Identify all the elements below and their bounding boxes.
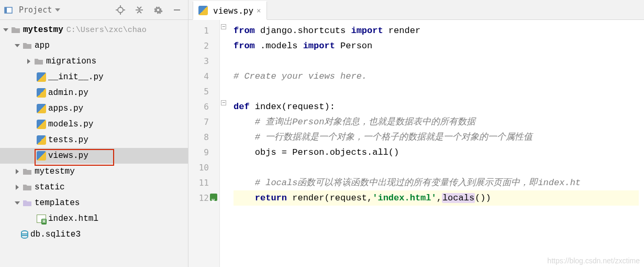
tree-item-mytestmy2[interactable]: mytestmy [0, 164, 188, 179]
tree-label: admin.py [48, 88, 88, 98]
line-number: 8 [188, 130, 209, 145]
line-number: 1 [188, 23, 209, 38]
line-number: 9 [188, 145, 209, 160]
tree-label: apps.py [48, 104, 83, 113]
tree-item-migrations[interactable]: migrations [0, 54, 188, 69]
line-number: 5 [188, 84, 209, 99]
sidebar-header: Project [0, 0, 188, 20]
python-file-icon [198, 6, 208, 15]
tree-item-tests[interactable]: tests.py [0, 132, 188, 148]
folder-icon [22, 167, 32, 176]
tree-item-init[interactable]: __init__.py [0, 69, 188, 85]
fold-gutter: − − [220, 20, 228, 267]
tab-views[interactable]: views.py × [193, 1, 267, 20]
project-label: Project [19, 5, 52, 15]
tree-item-app[interactable]: app [0, 38, 188, 54]
tree-label: mytestmy [23, 25, 63, 35]
line-number: 7 [188, 114, 209, 130]
python-file-icon [37, 151, 46, 161]
tree-label: __init__.py [48, 72, 104, 82]
project-sidebar: Project [0, 0, 188, 267]
tree-label: migrations [46, 57, 96, 66]
expand-icon[interactable] [14, 199, 21, 207]
python-file-icon [37, 88, 46, 98]
tree-label: app [35, 41, 50, 50]
code-line[interactable]: objs = Person.objects.all() [234, 145, 639, 160]
python-file-icon [37, 135, 46, 145]
tab-label: views.py [213, 6, 253, 16]
line-number: 3 [188, 54, 209, 69]
gear-icon[interactable] [150, 3, 166, 17]
tree-label: static [35, 183, 65, 192]
tree-path: C:\Users\zxc\chao [66, 26, 147, 35]
folder-icon [22, 198, 32, 208]
svg-rect-1 [5, 7, 7, 13]
code-line[interactable]: # 一行数据就是一个对象，一个格子的数据就是一个对象的一个属性值 [234, 130, 639, 145]
line-number: 12 [199, 193, 209, 203]
html-gutter-icon [210, 194, 217, 201]
folder-icon [10, 25, 21, 35]
project-icon [3, 5, 14, 15]
code-line[interactable]: from .models import Person [234, 38, 639, 54]
code-line[interactable]: from django.shortcuts import render [234, 23, 639, 38]
watermark: https://blog.csdn.net/zxctime [547, 257, 640, 265]
hide-icon[interactable] [169, 3, 185, 17]
tree-item-admin[interactable]: admin.py [0, 85, 188, 101]
line-number: 4 [188, 69, 209, 84]
line-number: 11 [188, 175, 209, 190]
expand-icon[interactable] [25, 58, 32, 65]
code-line[interactable] [234, 54, 639, 69]
database-icon [21, 230, 28, 239]
code-line[interactable] [234, 84, 639, 99]
tree-item-templates[interactable]: templates [0, 195, 188, 211]
tree-label: views.py [48, 151, 88, 161]
fold-icon[interactable]: − [221, 24, 226, 29]
expand-icon[interactable] [14, 42, 21, 49]
expand-icon[interactable] [2, 26, 9, 34]
tree-item-db[interactable]: db.sqlite3 [0, 227, 188, 242]
locate-icon[interactable] [113, 3, 128, 17]
project-tree[interactable]: mytestmy C:\Users\zxc\chao app migration… [0, 20, 188, 267]
line-number: 6 [188, 99, 209, 114]
folder-icon [22, 183, 32, 192]
project-dropdown[interactable]: Project [19, 5, 60, 15]
python-file-icon [37, 120, 46, 129]
folder-icon [34, 57, 44, 66]
close-icon[interactable]: × [257, 6, 261, 15]
code-line[interactable]: return render(request,'index.html',local… [234, 190, 639, 206]
tree-label: db.sqlite3 [30, 230, 81, 239]
tree-label: templates [35, 198, 80, 208]
tree-label: tests.py [48, 135, 88, 145]
tree-item-apps[interactable]: apps.py [0, 101, 188, 116]
tree-item-indexhtml[interactable]: index.html [0, 211, 188, 227]
code-line[interactable]: # locals函数可以将该函数中出现过的所有变量传入到展示页面中，即index… [234, 175, 639, 190]
fold-icon[interactable]: − [221, 100, 226, 105]
code-editor[interactable]: from django.shortcuts import renderfrom … [228, 20, 644, 267]
tree-label: index.html [48, 214, 98, 223]
code-line[interactable] [234, 160, 639, 175]
tree-root[interactable]: mytestmy C:\Users\zxc\chao [0, 22, 188, 38]
line-number: 2 [188, 38, 209, 54]
tree-item-static[interactable]: static [0, 179, 188, 195]
code-line[interactable]: def index(request): [234, 99, 639, 114]
code-line[interactable]: # 查询出Person对象信息，也就是数据表中的所有数据 [234, 114, 639, 130]
line-number: 10 [188, 160, 209, 175]
expand-icon[interactable] [14, 184, 21, 191]
tree-item-models[interactable]: models.py [0, 116, 188, 132]
chevron-down-icon [55, 8, 60, 12]
line-number-gutter: 1 2 3 4 5 6 7 8 9 10 11 12 [188, 20, 220, 267]
editor-area: views.py × 1 2 3 4 5 6 7 8 9 10 11 12 [188, 0, 644, 267]
editor-tabbar: views.py × [188, 0, 644, 20]
tree-label: models.py [48, 120, 93, 129]
html-file-icon [37, 215, 46, 223]
code-line[interactable]: # Create your views here. [234, 69, 639, 84]
python-file-icon [37, 104, 46, 113]
python-file-icon [37, 72, 46, 82]
svg-point-2 [118, 7, 123, 13]
folder-icon [22, 41, 32, 50]
tree-item-views[interactable]: views.py [0, 148, 188, 164]
tree-label: mytestmy [35, 167, 75, 176]
collapse-icon[interactable] [131, 3, 147, 17]
expand-icon[interactable] [14, 168, 21, 175]
